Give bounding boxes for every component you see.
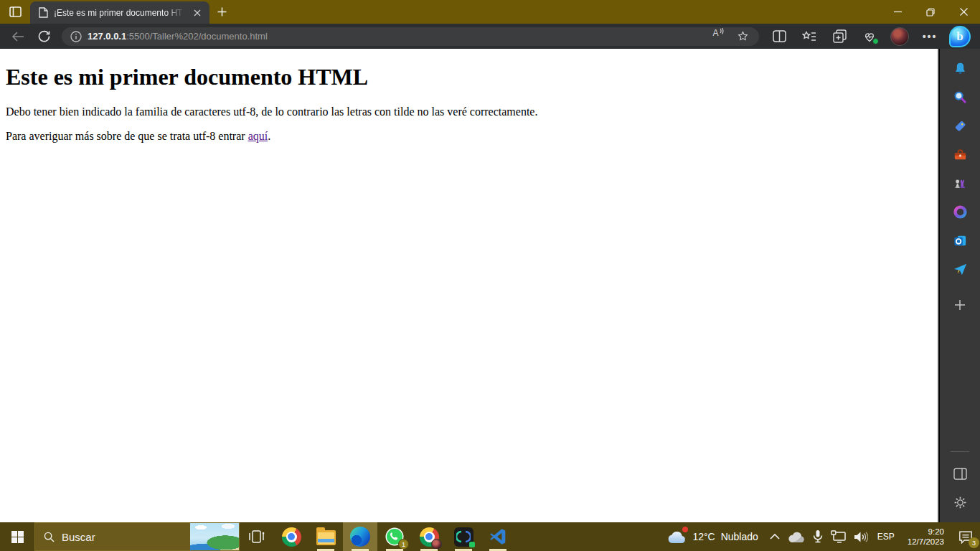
refresh-button[interactable] xyxy=(32,26,56,47)
sidebar-search-button[interactable] xyxy=(948,85,971,108)
bing-chat-icon: b xyxy=(949,26,971,47)
settings-gear-icon xyxy=(953,495,968,510)
panel-toggle-icon xyxy=(953,468,967,480)
tab-close-button[interactable] xyxy=(191,6,204,19)
start-button[interactable] xyxy=(0,522,34,551)
tray-date: 12/7/2023 xyxy=(908,537,944,547)
taskbar-chrome-button[interactable] xyxy=(274,522,308,551)
microphone-tray-button[interactable] xyxy=(809,522,827,551)
titlebar: ¡Este es mi primer documento HT xyxy=(0,0,980,24)
vscode-icon xyxy=(489,527,507,546)
network-display-icon xyxy=(831,530,847,543)
browser-essentials-button[interactable] xyxy=(855,26,884,47)
tab-title: ¡Este es mi primer documento HT xyxy=(54,8,185,18)
sound-waves-icon xyxy=(720,28,724,34)
sidebar-settings-button[interactable] xyxy=(948,491,971,514)
profile-photo-overlay xyxy=(431,539,442,550)
read-aloud-button[interactable]: A xyxy=(709,28,727,45)
language-indicator[interactable]: ESP xyxy=(872,522,900,551)
tray-time: 9:20 xyxy=(928,527,944,537)
tab-actions-button[interactable] xyxy=(0,0,30,24)
search-highlight-image[interactable] xyxy=(190,523,239,550)
weather-widget[interactable]: 12°C Nublado xyxy=(659,529,765,545)
new-tab-button[interactable] xyxy=(209,0,234,24)
browser-tab[interactable]: ¡Este es mi primer documento HT xyxy=(30,1,209,24)
hidden-icons-button[interactable] xyxy=(765,522,784,551)
url-path: :5500/Taller%202/documento.html xyxy=(126,31,268,42)
action-center-button[interactable]: 3 xyxy=(951,522,980,551)
onedrive-cloud-icon xyxy=(788,531,805,543)
taskbar-explorer-button[interactable] xyxy=(308,522,343,551)
paragraph-utf8: Debo tener bien indicado la familia de c… xyxy=(6,105,931,118)
chevron-up-icon xyxy=(769,533,781,540)
plus-icon xyxy=(953,298,967,312)
taskbar-whatsapp-button[interactable]: 1 xyxy=(377,522,412,551)
site-info-icon[interactable] xyxy=(70,31,82,42)
sidebar-tools-button[interactable] xyxy=(948,143,971,166)
close-icon xyxy=(194,9,201,17)
taskbar-chrome-profile-button[interactable] xyxy=(412,522,446,551)
split-screen-button[interactable] xyxy=(765,26,793,47)
bing-chat-button[interactable]: b xyxy=(946,26,974,47)
bell-icon xyxy=(952,60,969,77)
task-view-button[interactable] xyxy=(240,522,274,551)
star-icon xyxy=(737,30,749,42)
sidebar-games-button[interactable] xyxy=(948,171,971,194)
volume-tray-button[interactable] xyxy=(850,522,872,551)
whatsapp-badge: 1 xyxy=(398,539,409,550)
microsoft-365-icon xyxy=(952,204,969,220)
clock-widget[interactable]: 9:20 12/7/2023 xyxy=(900,527,951,547)
close-icon xyxy=(960,8,968,16)
navigation-toolbar: 127.0.0.1:5500/Taller%202/documento.html… xyxy=(0,24,980,49)
paragraph-link-suffix: . xyxy=(268,130,270,142)
restore-icon xyxy=(926,8,935,17)
search-placeholder: Buscar xyxy=(62,531,95,543)
onedrive-tray-button[interactable] xyxy=(784,522,809,551)
edge-icon xyxy=(350,527,370,547)
document-icon xyxy=(39,7,48,18)
essentials-status-dot xyxy=(872,38,879,44)
profile-button[interactable] xyxy=(885,26,914,47)
minimize-icon xyxy=(894,8,902,16)
taskbar-webex-button[interactable] xyxy=(446,522,481,551)
toolbox-icon xyxy=(952,146,969,163)
sidebar-shopping-button[interactable] xyxy=(948,114,971,137)
page-heading: Este es mi primer documento HTML xyxy=(6,64,931,90)
window-controls xyxy=(881,0,980,24)
back-arrow-icon xyxy=(11,31,24,42)
back-button[interactable] xyxy=(6,26,30,47)
sidebar-microsoft365-button[interactable] xyxy=(948,200,971,223)
weather-condition: Nublado xyxy=(721,531,758,542)
edge-browser-window: ¡Este es mi primer documento HT xyxy=(0,0,980,551)
taskbar-edge-button[interactable] xyxy=(343,522,377,551)
sidebar-notifications-button[interactable] xyxy=(948,57,971,80)
favorites-button[interactable] xyxy=(795,26,824,47)
split-screen-icon xyxy=(773,30,786,42)
sidebar-outlook-button[interactable] xyxy=(948,229,971,252)
sidebar-drop-button[interactable] xyxy=(948,258,971,281)
paragraph-link: Para averiguar más sobre de que se trata… xyxy=(6,130,931,143)
workspaces-icon xyxy=(9,6,22,17)
taskbar-vscode-button[interactable] xyxy=(481,522,515,551)
chrome-icon xyxy=(282,527,301,547)
minimize-button[interactable] xyxy=(881,0,914,24)
shopping-tag-icon xyxy=(952,118,969,134)
more-menu-button[interactable]: ••• xyxy=(915,26,944,47)
windows-taskbar: Buscar 1 xyxy=(0,522,980,551)
taskbar-search-box[interactable]: Buscar xyxy=(34,522,240,551)
restore-button[interactable] xyxy=(914,0,947,24)
sidebar-add-button[interactable] xyxy=(948,293,971,316)
collections-button[interactable] xyxy=(825,26,854,47)
file-explorer-icon xyxy=(316,530,336,545)
system-tray: 12°C Nublado xyxy=(659,522,980,551)
weather-alert-dot xyxy=(682,527,688,532)
paper-plane-icon xyxy=(952,261,969,278)
sidebar-panel-toggle-button[interactable] xyxy=(948,462,971,485)
address-bar[interactable]: 127.0.0.1:5500/Taller%202/documento.html… xyxy=(62,27,759,46)
games-chess-icon xyxy=(952,175,969,192)
aqui-link[interactable]: aquí xyxy=(248,130,268,142)
favorite-star-button[interactable] xyxy=(733,28,752,45)
collections-add-icon xyxy=(833,29,847,43)
network-tray-button[interactable] xyxy=(827,522,850,551)
close-window-button[interactable] xyxy=(947,0,980,24)
